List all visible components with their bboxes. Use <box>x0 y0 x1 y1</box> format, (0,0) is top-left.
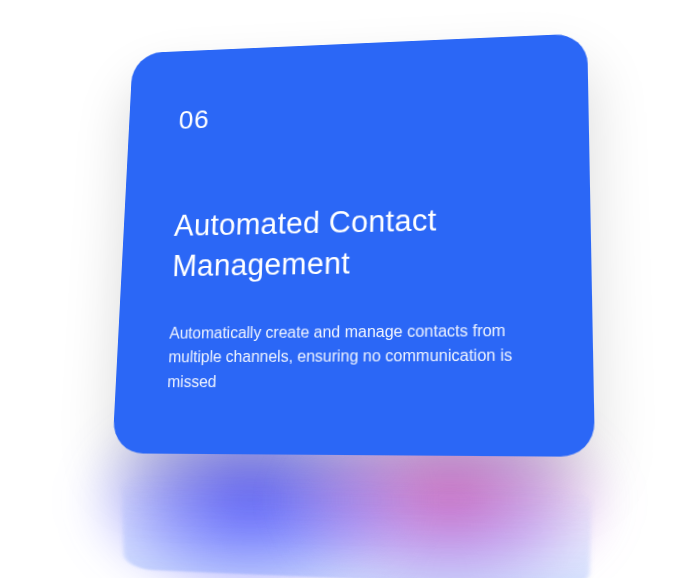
card-title: Automated Contact Management <box>172 197 536 286</box>
feature-card: 06 Automated Contact Management Automati… <box>112 33 595 457</box>
card-number: 06 <box>178 92 534 135</box>
feature-card-wrapper: 06 Automated Contact Management Automati… <box>113 33 588 453</box>
card-description: Automatically create and manage contacts… <box>167 318 537 395</box>
card-reflection <box>121 474 593 578</box>
